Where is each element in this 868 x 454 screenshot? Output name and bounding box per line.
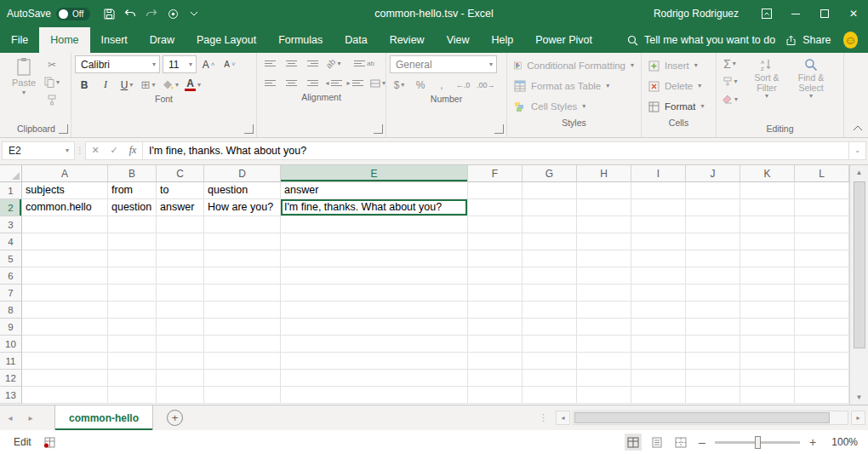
cell-J8[interactable] [686,302,740,319]
row-header-2[interactable]: 2 [0,199,22,216]
cell-C13[interactable] [157,387,204,404]
cell-K9[interactable] [740,319,795,336]
cell-H7[interactable] [577,284,631,302]
cell-D10[interactable] [204,336,281,353]
maximize-button[interactable] [810,0,839,27]
cell-L11[interactable] [795,353,849,370]
cell-G12[interactable] [523,370,577,387]
cell-L9[interactable] [795,319,849,336]
find-select-button[interactable]: Find & Select▾ [789,55,833,100]
cell-D7[interactable] [204,284,281,302]
zoom-in-button[interactable]: + [807,435,819,449]
cell-K8[interactable] [740,302,795,319]
save-icon[interactable] [100,4,118,23]
cell-B13[interactable] [108,387,157,404]
cell-J2[interactable] [686,199,740,216]
cell-J6[interactable] [686,267,740,284]
cell-C10[interactable] [157,336,204,353]
cell-B11[interactable] [108,353,157,370]
customize-quick-access-icon[interactable] [185,4,203,23]
orientation-button[interactable]: ab▾ [324,55,343,72]
column-header-C[interactable]: C [157,165,204,182]
tab-power-pivot[interactable]: Power Pivot [524,27,603,53]
wrap-text-button[interactable]: ab [352,55,376,72]
cell-I6[interactable] [631,267,686,284]
cell-B9[interactable] [108,319,157,336]
cell-G6[interactable] [523,267,577,284]
align-middle-button[interactable] [282,55,300,72]
horizontal-scrollbar-thumb[interactable] [574,412,830,423]
cell-D5[interactable] [204,250,281,267]
cell-I8[interactable] [631,302,686,319]
cell-G13[interactable] [523,387,577,404]
cell-B12[interactable] [108,370,157,387]
cell-A5[interactable] [22,250,108,267]
increase-indent-button[interactable]: ▸ [345,75,364,91]
column-header-F[interactable]: F [468,165,523,182]
cell-E4[interactable] [281,233,468,250]
tab-help[interactable]: Help [481,27,525,53]
column-header-B[interactable]: B [108,165,157,182]
bold-button[interactable]: B [75,77,94,93]
cell-J1[interactable] [686,182,740,199]
cell-J3[interactable] [686,216,740,233]
cell-J10[interactable] [686,336,740,353]
zoom-slider-thumb[interactable] [755,436,761,449]
cell-F9[interactable] [468,319,523,336]
row-header-13[interactable]: 13 [0,387,22,404]
cell-K7[interactable] [740,284,795,302]
merge-center-button[interactable]: ▾ [368,75,387,91]
cell-G11[interactable] [523,353,577,370]
cell-K6[interactable] [740,267,795,284]
alignment-dialog-launcher[interactable] [374,124,383,134]
cell-I5[interactable] [631,250,686,267]
cell-L10[interactable] [795,336,849,353]
font-size-select[interactable]: 11 ▾ [163,55,197,73]
add-sheet-button[interactable]: + [167,410,183,426]
cell-H2[interactable] [577,199,631,216]
cell-F11[interactable] [468,353,523,370]
cell-A12[interactable] [22,370,108,387]
conditional-formatting-button[interactable]: Conditional Formatting▾ [511,55,637,76]
vertical-scrollbar-thumb[interactable] [854,181,865,348]
cell-G4[interactable] [523,233,577,250]
tab-insert[interactable]: Insert [90,27,139,53]
page-break-preview-button[interactable] [672,434,689,451]
cell-H4[interactable] [577,233,631,250]
previous-sheet-icon[interactable]: ◂ [0,405,20,430]
cell-C12[interactable] [157,370,204,387]
cell-I2[interactable] [631,199,686,216]
column-header-L[interactable]: L [795,165,849,182]
cell-A8[interactable] [22,302,108,319]
cell-C7[interactable] [157,284,204,302]
currency-format-button[interactable]: $▾ [390,77,408,93]
cell-K5[interactable] [740,250,795,267]
row-header-11[interactable]: 11 [0,353,22,370]
sheet-tab-common-hello[interactable]: common-hello [54,405,153,430]
tab-view[interactable]: View [436,27,481,53]
cell-F10[interactable] [468,336,523,353]
cell-C1[interactable]: to [157,182,204,199]
cell-H11[interactable] [577,353,631,370]
undo-icon[interactable] [121,4,140,23]
cell-K3[interactable] [740,216,795,233]
cell-J7[interactable] [686,284,740,302]
cell-D13[interactable] [204,387,281,404]
next-sheet-icon[interactable]: ▸ [20,405,41,430]
cut-button[interactable]: ✂ [43,56,61,72]
cell-A9[interactable] [22,319,108,336]
cell-H5[interactable] [577,250,631,267]
insert-function-button[interactable]: fx [123,144,142,157]
number-format-select[interactable]: General ▾ [390,55,497,73]
cell-E11[interactable] [281,353,468,370]
cell-F12[interactable] [468,370,523,387]
row-header-4[interactable]: 4 [0,233,22,250]
font-dialog-launcher[interactable] [244,124,254,134]
format-as-table-button[interactable]: Format as Table▾ [511,76,637,96]
tab-file[interactable]: File [0,27,39,53]
cell-L12[interactable] [795,370,849,387]
cell-L6[interactable] [795,267,849,284]
column-header-I[interactable]: I [631,165,686,182]
tell-me-box[interactable]: Tell me what you want to do [627,27,775,53]
cell-F6[interactable] [468,267,523,284]
